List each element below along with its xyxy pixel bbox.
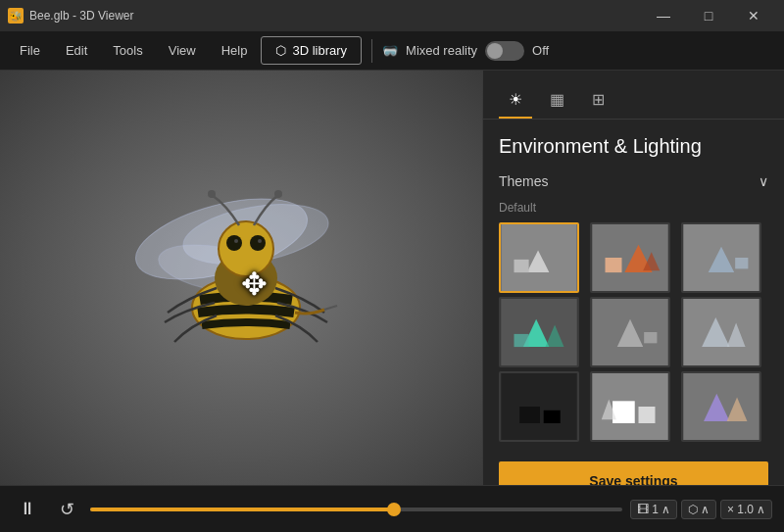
tab-lighting[interactable]: ☀ <box>499 82 532 119</box>
3d-library-button[interactable]: ⬡ 3D library <box>261 36 362 65</box>
svg-rect-30 <box>644 332 657 343</box>
svg-point-12 <box>208 190 216 198</box>
svg-rect-26 <box>514 334 529 347</box>
save-settings-button[interactable]: Save settings <box>499 461 768 485</box>
menu-file[interactable]: File <box>8 37 52 64</box>
theme-preview-4 <box>592 299 668 365</box>
svg-rect-23 <box>735 258 748 268</box>
svg-rect-36 <box>544 411 561 423</box>
tab-grid[interactable]: ▦ <box>540 82 574 119</box>
svg-rect-39 <box>639 407 656 423</box>
theme-preview-2 <box>683 224 760 291</box>
scale-chevron: ∧ <box>757 503 765 516</box>
panel-tabs: ☀ ▦ ⊞ <box>483 71 784 120</box>
theme-item-6[interactable] <box>499 371 579 442</box>
settings-icon: ⊞ <box>592 91 605 108</box>
theme-item-7[interactable] <box>590 371 670 442</box>
theme-preview-0 <box>501 224 577 291</box>
theme-item-5[interactable] <box>681 297 761 367</box>
scale-value: × 1.0 <box>727 503 754 516</box>
svg-point-8 <box>226 235 242 251</box>
window-title: Bee.glb - 3D Viewer <box>29 9 134 23</box>
theme-preview-3 <box>501 299 577 365</box>
app-icon: 🐝 <box>8 8 24 24</box>
svg-rect-35 <box>519 407 540 423</box>
menu-bar: File Edit Tools View Help ⬡ 3D library 🥽… <box>0 31 784 71</box>
theme-item-0[interactable] <box>499 222 579 293</box>
theme-grid <box>499 222 768 442</box>
svg-rect-19 <box>606 258 622 272</box>
scale-badge[interactable]: × 1.0 ∧ <box>720 500 772 519</box>
menu-tools[interactable]: Tools <box>101 37 154 64</box>
3d-viewport[interactable]: ✥ <box>0 71 482 485</box>
theme-preview-7 <box>592 373 668 440</box>
svg-point-13 <box>274 190 282 198</box>
mixed-reality-area: 🥽 Mixed reality Off <box>382 41 564 61</box>
grid-icon: ▦ <box>550 91 564 108</box>
panel-content: Environment & Lighting Themes ∨ Default <box>483 120 784 485</box>
progress-fill <box>90 508 394 511</box>
mixed-reality-icon: 🥽 <box>382 43 398 58</box>
svg-rect-16 <box>514 260 529 272</box>
theme-item-1[interactable] <box>590 222 670 293</box>
panel-title: Environment & Lighting <box>499 135 768 158</box>
mixed-reality-toggle[interactable] <box>485 41 524 61</box>
right-panel: ☀ ▦ ⊞ Environment & Lighting Themes ∨ De… <box>482 71 784 485</box>
svg-rect-38 <box>612 401 635 423</box>
toggle-knob <box>487 43 503 59</box>
frames-count: 1 <box>652 503 659 516</box>
sun-icon: ☀ <box>509 91 522 108</box>
menu-view[interactable]: View <box>157 37 208 64</box>
3d-library-label: 3D library <box>292 43 347 58</box>
title-bar: 🐝 Bee.glb - 3D Viewer — □ ✕ <box>0 0 784 31</box>
theme-item-8[interactable] <box>681 371 761 442</box>
play-pause-button[interactable]: ⏸ <box>12 494 43 525</box>
title-controls: — □ ✕ <box>641 0 776 31</box>
timeline-progress[interactable] <box>90 508 622 511</box>
svg-rect-17 <box>592 224 667 291</box>
toolbar-right-controls: 🎞 1 ∧ ⬡ ∧ × 1.0 ∧ <box>630 500 772 519</box>
svg-point-9 <box>250 235 266 251</box>
model-chevron: ∧ <box>701 503 710 516</box>
svg-point-11 <box>258 239 262 243</box>
menu-help[interactable]: Help <box>210 37 260 64</box>
svg-point-10 <box>234 239 238 243</box>
close-button[interactable]: ✕ <box>731 0 776 31</box>
main-area: ✥ ☀ ▦ ⊞ Environment & Lighting Themes ∨ … <box>0 71 784 485</box>
maximize-button[interactable]: □ <box>686 0 731 31</box>
title-bar-left: 🐝 Bee.glb - 3D Viewer <box>8 8 134 24</box>
frames-icon: 🎞 <box>637 503 649 516</box>
minimize-button[interactable]: — <box>641 0 686 31</box>
mixed-reality-state: Off <box>532 43 549 58</box>
theme-preview-5 <box>683 299 760 365</box>
frames-badge[interactable]: 🎞 1 ∧ <box>630 500 677 519</box>
model-badge[interactable]: ⬡ ∧ <box>681 500 716 519</box>
refresh-button[interactable]: ↺ <box>51 494 82 525</box>
theme-preview-8 <box>683 373 760 440</box>
frames-chevron: ∧ <box>662 503 670 516</box>
progress-thumb <box>387 503 401 516</box>
menu-items: File Edit Tools View Help ⬡ 3D library 🥽… <box>0 36 784 65</box>
mixed-reality-label: Mixed reality <box>406 43 477 58</box>
cube-icon: ⬡ <box>275 43 286 58</box>
theme-preview-1 <box>592 224 668 291</box>
theme-item-2[interactable] <box>681 222 761 293</box>
menu-divider <box>371 39 372 63</box>
theme-item-3[interactable] <box>499 297 579 367</box>
themes-header: Themes ∨ <box>499 173 768 189</box>
tab-settings[interactable]: ⊞ <box>582 82 614 119</box>
bottom-toolbar: ⏸ ↺ 🎞 1 ∧ ⬡ ∧ × 1.0 ∧ <box>0 485 784 532</box>
menu-edit[interactable]: Edit <box>54 37 99 64</box>
themes-chevron[interactable]: ∨ <box>759 173 768 189</box>
themes-default-label: Default <box>499 201 768 215</box>
model-icon: ⬡ <box>688 503 698 516</box>
theme-preview-6 <box>501 373 577 440</box>
themes-label: Themes <box>499 173 549 189</box>
move-cursor: ✥ <box>241 266 268 303</box>
theme-item-4[interactable] <box>590 297 670 367</box>
